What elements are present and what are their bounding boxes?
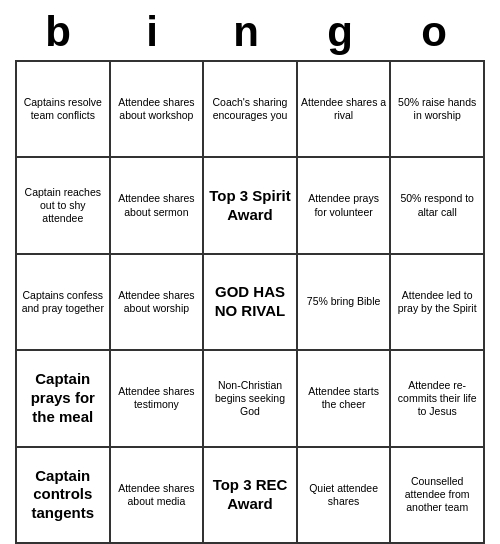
bingo-cell-12: GOD HAS NO RIVAL	[203, 254, 297, 350]
bingo-cell-11: Attendee shares about worship	[110, 254, 204, 350]
bingo-cell-21: Attendee shares about media	[110, 447, 204, 543]
bingo-cell-0: Captains resolve team conflicts	[16, 61, 110, 157]
bingo-cell-19: Attendee re-commits their life to Jesus	[390, 350, 484, 446]
bingo-cell-22: Top 3 REC Award	[203, 447, 297, 543]
bingo-cell-15: Captain prays for the meal	[16, 350, 110, 446]
bingo-cell-5: Captain reaches out to shy attendee	[16, 157, 110, 253]
bingo-cell-20: Captain controls tangents	[16, 447, 110, 543]
bingo-cell-3: Attendee shares a rival	[297, 61, 391, 157]
bingo-cell-7: Top 3 Spirit Award	[203, 157, 297, 253]
bingo-grid: Captains resolve team conflictsAttendee …	[15, 60, 485, 544]
bingo-cell-1: Attendee shares about workshop	[110, 61, 204, 157]
bingo-cell-13: 75% bring Bible	[297, 254, 391, 350]
bingo-cell-9: 50% respond to altar call	[390, 157, 484, 253]
bingo-cell-2: Coach's sharing encourages you	[203, 61, 297, 157]
bingo-cell-23: Quiet attendee shares	[297, 447, 391, 543]
title-i: i	[116, 8, 196, 56]
title-b: b	[22, 8, 102, 56]
bingo-cell-4: 50% raise hands in worship	[390, 61, 484, 157]
title-g: g	[304, 8, 384, 56]
bingo-cell-16: Attendee shares testimony	[110, 350, 204, 446]
title-n: n	[210, 8, 290, 56]
bingo-cell-17: Non-Christian begins seeking God	[203, 350, 297, 446]
bingo-cell-6: Attendee shares about sermon	[110, 157, 204, 253]
title-o: o	[398, 8, 478, 56]
bingo-cell-14: Attendee led to pray by the Spirit	[390, 254, 484, 350]
bingo-cell-18: Attendee starts the cheer	[297, 350, 391, 446]
bingo-cell-10: Captains confess and pray together	[16, 254, 110, 350]
bingo-title: b i n g o	[15, 0, 485, 60]
bingo-cell-8: Attendee prays for volunteer	[297, 157, 391, 253]
bingo-cell-24: Counselled attendee from another team	[390, 447, 484, 543]
